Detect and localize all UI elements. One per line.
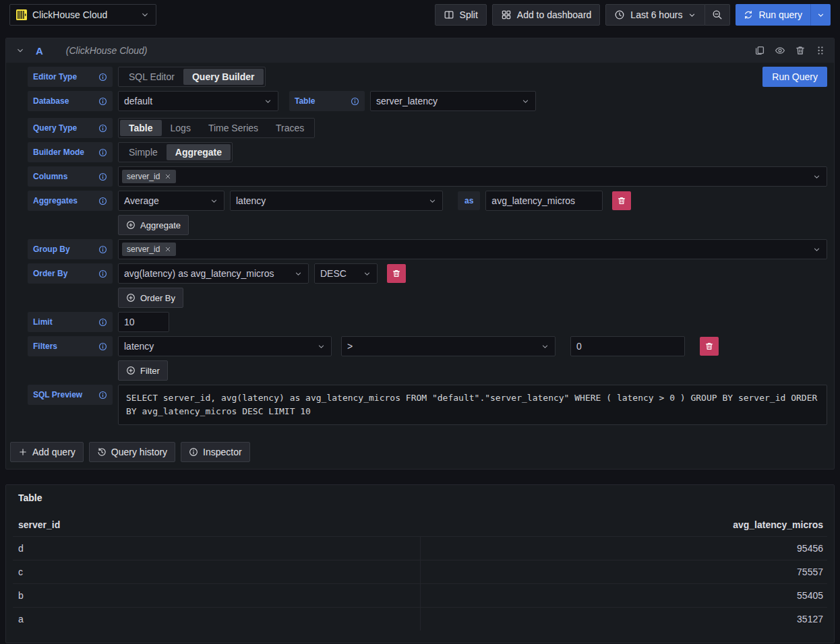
remove-order-by-button[interactable] <box>387 264 406 283</box>
info-icon[interactable] <box>351 97 359 106</box>
group-by-row: Group By server_id <box>28 239 827 259</box>
table-select[interactable]: server_latency <box>370 91 536 111</box>
builder-mode-option-aggregate[interactable]: Aggregate <box>167 144 231 160</box>
columns-multiselect[interactable]: server_id <box>118 166 827 187</box>
add-to-dashboard-button[interactable]: Add to dashboard <box>492 4 601 26</box>
remove-filter-button[interactable] <box>700 337 719 356</box>
filter-value-input[interactable] <box>570 336 685 356</box>
database-value: default <box>124 96 152 106</box>
database-select[interactable]: default <box>118 91 278 111</box>
database-table-row: Database default Table server_latency <box>28 91 827 111</box>
info-icon[interactable] <box>98 245 107 254</box>
run-query-panel-button[interactable]: Run Query <box>762 67 827 87</box>
time-range-label: Last 6 hours <box>630 9 682 20</box>
builder-mode-row: Builder Mode Simple Aggregate <box>28 142 827 162</box>
as-label: as <box>458 191 480 210</box>
builder-mode-radio-group: Simple Aggregate <box>118 142 233 162</box>
query-type-radio-group: Table Logs Time Series Traces <box>118 118 315 138</box>
info-icon[interactable] <box>98 73 107 82</box>
group-by-multiselect[interactable]: server_id <box>118 239 827 259</box>
order-by-row: Order By avg(latency) as avg_latency_mic… <box>28 263 827 284</box>
remove-chip-icon[interactable] <box>164 246 171 253</box>
aggregate-alias-input[interactable] <box>485 191 603 211</box>
run-query-button[interactable]: Run query <box>736 4 810 26</box>
collapse-chevron-icon[interactable] <box>16 46 25 55</box>
add-to-dashboard-label: Add to dashboard <box>517 9 592 20</box>
aggregates-row: Aggregates Average latency as <box>28 191 827 211</box>
query-type-option-time-series[interactable]: Time Series <box>200 120 267 136</box>
sql-preview-code: SELECT server_id, avg(latency) as avg_la… <box>118 385 827 425</box>
info-icon[interactable] <box>98 148 107 157</box>
query-type-option-logs[interactable]: Logs <box>162 120 200 136</box>
clickhouse-logo-icon <box>16 9 27 20</box>
query-row-header: A (ClickHouse Cloud) <box>6 38 834 63</box>
aggregate-column-value: latency <box>236 195 266 206</box>
table-panel: Table server_id avg_latency_micros d 954… <box>5 484 835 643</box>
chevron-down-icon <box>428 197 437 205</box>
table-row: a 35127 <box>13 608 827 631</box>
filters-row: Filters latency > <box>28 336 827 356</box>
time-zoom-out-button[interactable] <box>705 4 730 26</box>
time-range-picker[interactable]: Last 6 hours <box>605 4 705 26</box>
info-icon[interactable] <box>98 391 107 399</box>
add-query-button[interactable]: Add query <box>10 442 84 462</box>
split-button[interactable]: Split <box>435 4 487 26</box>
database-label: Database <box>28 91 113 111</box>
datasource-name: ClickHouse Cloud <box>32 9 135 20</box>
run-query-label: Run query <box>758 9 802 20</box>
hide-query-icon[interactable] <box>775 45 785 56</box>
info-icon[interactable] <box>98 269 107 278</box>
query-type-option-traces[interactable]: Traces <box>267 120 313 136</box>
plus-circle-icon <box>126 366 136 375</box>
add-aggregate-button[interactable]: Aggregate <box>118 215 189 235</box>
query-history-button[interactable]: Query history <box>89 442 175 462</box>
split-label: Split <box>460 9 478 20</box>
sql-preview-label: SQL Preview <box>28 385 113 405</box>
info-icon[interactable] <box>98 172 107 181</box>
chevron-down-icon <box>140 10 150 20</box>
run-query-interval-dropdown[interactable] <box>810 4 831 26</box>
remove-chip-icon[interactable] <box>164 173 171 180</box>
order-by-direction-select[interactable]: DESC <box>314 263 378 284</box>
aggregate-function-select[interactable]: Average <box>118 191 224 211</box>
limit-input[interactable] <box>118 312 169 332</box>
info-icon[interactable] <box>98 124 107 133</box>
duplicate-query-icon[interactable] <box>754 45 765 56</box>
aggregates-label: Aggregates <box>28 191 113 211</box>
add-filter-button[interactable]: Filter <box>118 360 168 381</box>
editor-type-row: Editor Type SQL Editor Query Builder Run… <box>28 67 827 87</box>
trash-icon <box>617 196 626 205</box>
order-by-expression-select[interactable]: avg(latency) as avg_latency_micros <box>118 263 309 284</box>
column-chip: server_id <box>122 170 176 183</box>
column-header-avg-latency-micros[interactable]: avg_latency_micros <box>420 513 827 537</box>
info-icon[interactable] <box>98 197 107 205</box>
builder-mode-option-simple[interactable]: Simple <box>120 144 167 160</box>
add-aggregate-row: Aggregate <box>28 215 827 235</box>
remove-aggregate-button[interactable] <box>612 191 631 210</box>
info-icon[interactable] <box>98 97 107 106</box>
filter-operator-select[interactable]: > <box>341 336 556 356</box>
info-icon[interactable] <box>98 342 107 351</box>
query-ref-id: A <box>36 45 43 57</box>
editor-type-option-query-builder[interactable]: Query Builder <box>183 69 264 85</box>
add-order-by-button[interactable]: Order By <box>118 288 183 308</box>
column-header-server-id[interactable]: server_id <box>13 513 420 537</box>
info-icon[interactable] <box>98 318 107 327</box>
datasource-picker[interactable]: ClickHouse Cloud <box>9 4 156 26</box>
editor-type-option-sql-editor[interactable]: SQL Editor <box>120 69 183 85</box>
query-type-option-table[interactable]: Table <box>120 120 162 136</box>
plus-icon <box>18 447 28 457</box>
cell-avg-latency: 95456 <box>420 537 827 560</box>
table-row: c 75557 <box>13 560 827 584</box>
delete-query-icon[interactable] <box>795 45 806 56</box>
chevron-down-icon <box>688 11 696 20</box>
order-by-label: Order By <box>28 263 113 284</box>
order-by-direction-value: DESC <box>320 268 347 279</box>
limit-label: Limit <box>28 312 113 332</box>
filter-column-select[interactable]: latency <box>118 336 332 356</box>
filters-label: Filters <box>28 336 113 356</box>
inspector-button[interactable]: Inspector <box>181 442 250 462</box>
aggregate-column-select[interactable]: latency <box>230 191 443 211</box>
drag-handle-icon[interactable] <box>815 45 826 56</box>
apps-grid-icon <box>501 9 512 20</box>
